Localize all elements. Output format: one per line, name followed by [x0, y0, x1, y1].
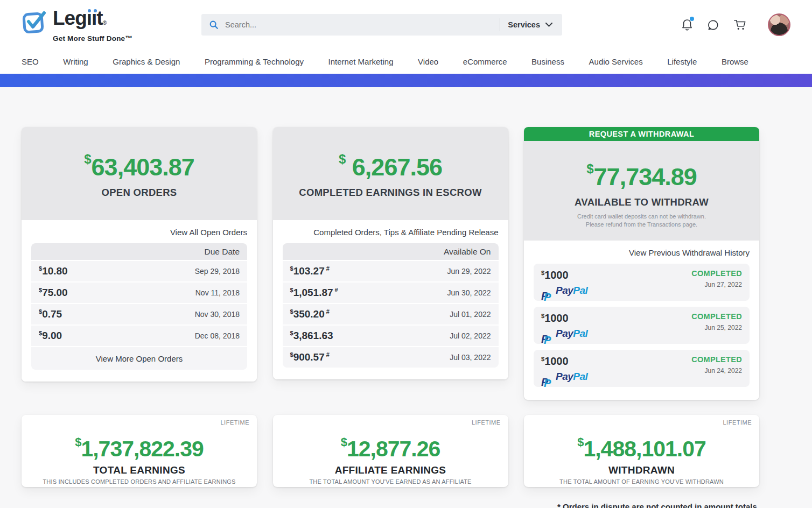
escrow-row: $3,861.63 Jul 02, 2022: [283, 324, 499, 346]
withdrawal-status-badge: COMPLETED: [691, 312, 742, 321]
paypal-wordmark: PayPal: [556, 328, 587, 340]
total-earnings-description: THIS INCLUDES COMPLETED ORDERS AND AFFIL…: [22, 478, 257, 485]
escrow-row: $900.57# Jul 03, 2022: [283, 346, 499, 368]
services-dropdown[interactable]: Services: [508, 20, 555, 29]
open-orders-table-header: Due Date: [31, 243, 247, 260]
open-order-row: $10.80 Sep 29, 2018: [31, 260, 247, 281]
chevron-down-icon: [545, 23, 552, 27]
open-order-row: $75.00 Nov 11, 2018: [31, 281, 247, 303]
paypal-logo: PP PayPal: [541, 371, 587, 383]
recurring-order-mark: #: [326, 308, 330, 315]
affiliate-earnings-label: AFFILIATE EARNINGS: [273, 464, 508, 476]
total-earnings-label: TOTAL EARNINGS: [22, 464, 257, 476]
paypal-wordmark: PayPal: [556, 285, 587, 297]
accent-gradient-bar: [0, 74, 812, 87]
withdrawal-history-link[interactable]: View Previous Withdrawal History: [534, 248, 750, 257]
total-earnings-card: LIFETIME $1,737,822.39 TOTAL EARNINGS TH…: [22, 415, 257, 487]
search-divider: [500, 18, 500, 31]
recurring-order-mark: #: [326, 265, 330, 272]
withdrawn-description: THE TOTAL AMOUNT OF EARNING YOU'VE WITHD…: [524, 478, 759, 485]
available-to-withdraw-amount: $77,734.89: [535, 156, 748, 190]
pending-release-link[interactable]: Completed Orders, Tips & Affiliate Pendi…: [283, 228, 499, 237]
notification-dot: [690, 17, 694, 21]
nav-item-graphics-design[interactable]: Graphics & Design: [113, 57, 180, 66]
nav-item-ecommerce[interactable]: eCommerce: [463, 57, 507, 66]
view-all-open-orders-link[interactable]: View All Open Orders: [31, 228, 247, 237]
category-nav: SEO Writing Graphics & Design Programmin…: [0, 50, 812, 74]
escrow-row: $103.27# Jun 29, 2022: [283, 260, 499, 281]
user-avatar[interactable]: [768, 13, 790, 36]
withdrawal-row: $1000 PP PayPal COMPLETED Jun 25, 2022: [534, 307, 750, 344]
open-orders-amount: $63,403.87: [32, 146, 246, 180]
nav-item-audio-services[interactable]: Audio Services: [589, 57, 643, 66]
escrow-row: $1,051.87# Jun 30, 2022: [283, 281, 499, 303]
lifetime-badge: LIFETIME: [472, 419, 501, 426]
cart-icon: [733, 18, 746, 31]
affiliate-earnings-description: THE TOTAL AMOUNT YOU'VE EARNED AS AN AFF…: [273, 478, 508, 485]
cart-button[interactable]: [733, 18, 746, 31]
withdrawal-status-badge: COMPLETED: [691, 355, 742, 364]
escrow-table: Available On $103.27# Jun 29, 2022 $1,05…: [283, 243, 499, 368]
brand-name: Legııt®: [53, 8, 132, 34]
affiliate-earnings-amount: $12,877.26: [273, 431, 508, 460]
services-dropdown-label: Services: [508, 20, 540, 29]
withdraw-card: REQUEST A WITHDRAWAL $77,734.89 AVAILABL…: [524, 127, 759, 400]
escrow-row: $350.20# Jul 01, 2022: [283, 303, 499, 324]
search-input[interactable]: [225, 20, 492, 29]
withdrawal-date: Jun 24, 2022: [691, 367, 742, 375]
nav-item-lifestyle[interactable]: Lifestyle: [667, 57, 697, 66]
withdrawn-card: LIFETIME $1,488,101.07 WITHDRAWN THE TOT…: [524, 415, 759, 487]
escrow-table-header: Available On: [283, 243, 499, 260]
footnotes: * Orders in dispute are not counted in a…: [22, 501, 759, 508]
top-header: Legııt® Get More Stuff Done™ Services: [0, 0, 812, 50]
notifications-button[interactable]: [681, 18, 693, 31]
brand-tagline: Get More Stuff Done™: [53, 34, 132, 43]
search-icon: [209, 20, 219, 30]
affiliate-earnings-card: LIFETIME $12,877.26 AFFILIATE EARNINGS T…: [273, 415, 508, 487]
withdrawal-row: $1000 PP PayPal COMPLETED Jun 24, 2022: [534, 350, 750, 387]
escrow-earnings-card: $ 6,267.56 COMPLETED EARNINGS IN ESCROW …: [273, 127, 508, 379]
messages-button[interactable]: [707, 19, 719, 31]
nav-item-seo[interactable]: SEO: [22, 57, 39, 66]
withdrawn-label: WITHDRAWN: [524, 464, 759, 476]
lifetime-badge: LIFETIME: [220, 419, 249, 426]
nav-item-browse[interactable]: Browse: [722, 57, 748, 66]
recurring-order-mark: #: [326, 351, 330, 358]
available-to-withdraw-label: AVAILABLE TO WITHDRAW: [535, 196, 748, 208]
brand-logo[interactable]: Legııt® Get More Stuff Done™: [22, 8, 132, 43]
paypal-logo: PP PayPal: [541, 285, 587, 297]
earnings-main: $63,403.87 OPEN ORDERS View All Open Ord…: [0, 87, 781, 508]
lifetime-badge: LIFETIME: [723, 419, 752, 426]
view-more-open-orders-link[interactable]: View More Open Orders: [96, 354, 183, 363]
escrow-label: COMPLETED EARNINGS IN ESCROW: [284, 187, 498, 199]
paypal-wordmark: PayPal: [556, 371, 587, 383]
paypal-logo: PP PayPal: [541, 328, 587, 340]
nav-item-business[interactable]: Business: [531, 57, 564, 66]
legiit-logo-icon: [22, 8, 50, 36]
nav-item-video[interactable]: Video: [418, 57, 438, 66]
open-orders-card: $63,403.87 OPEN ORDERS View All Open Ord…: [22, 127, 257, 382]
nav-item-internet-marketing[interactable]: Internet Marketing: [328, 57, 394, 66]
open-orders-label: OPEN ORDERS: [32, 187, 246, 199]
withdrawn-amount: $1,488,101.07: [524, 431, 759, 460]
total-earnings-amount: $1,737,822.39: [22, 431, 257, 460]
nav-item-writing[interactable]: Writing: [63, 57, 88, 66]
withdrawal-date: Jun 27, 2022: [691, 281, 742, 288]
legiit-earnings-dashboard: Legııt® Get More Stuff Done™ Services: [0, 0, 812, 508]
withdrawal-status-badge: COMPLETED: [691, 269, 742, 278]
open-order-row: $9.00 Dec 08, 2018: [31, 324, 247, 346]
nav-item-programming-technology[interactable]: Programming & Technology: [205, 57, 304, 66]
search-bar: Services: [201, 14, 562, 36]
withdrawal-date: Jun 25, 2022: [691, 324, 742, 331]
withdrawal-row: $1000 PP PayPal COMPLETED Jun 27, 2022: [534, 264, 750, 301]
escrow-amount: $ 6,267.56: [284, 146, 498, 180]
chat-icon: [707, 19, 719, 31]
request-withdrawal-button[interactable]: REQUEST A WITHDRAWAL: [524, 127, 759, 141]
withdraw-note: Credit card wallet deposits can not be w…: [535, 213, 748, 229]
recurring-order-mark: #: [335, 287, 338, 293]
dispute-footnote: * Orders in dispute are not counted in a…: [22, 501, 759, 508]
open-orders-table: Due Date $10.80 Sep 29, 2018 $75.00 Nov …: [31, 243, 247, 370]
open-order-row: $0.75 Nov 30, 2018: [31, 303, 247, 324]
